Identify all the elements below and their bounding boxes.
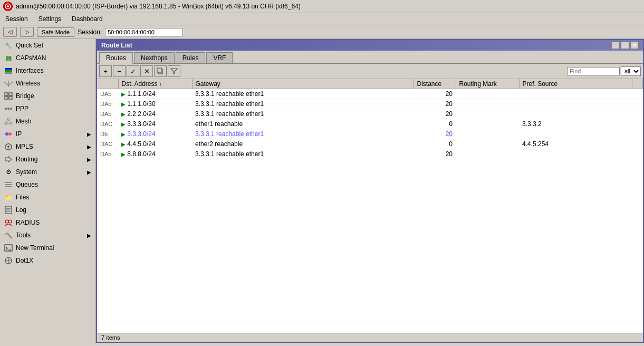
cell-dst-address: ▶ 1.1.1.0/30	[118, 99, 192, 109]
sidebar-item-dot1x[interactable]: Dot1X	[0, 254, 95, 267]
sidebar-item-label: RADIUS	[16, 219, 40, 226]
svg-rect-8	[9, 93, 12, 95]
cell-dst-address: ▶ 2.2.2.0/24	[118, 109, 192, 119]
sidebar-item-wireless[interactable]: Wireless	[0, 77, 95, 90]
tab-routes[interactable]: Routes	[99, 52, 133, 64]
table-row[interactable]: DAb▶ 8.8.8.0/243.3.3.1 reachable ether12…	[97, 149, 643, 159]
sidebar-item-label: PPP	[16, 105, 28, 112]
sidebar-item-bridge[interactable]: Bridge	[0, 90, 95, 102]
wrench-icon	[4, 41, 13, 50]
svg-point-6	[8, 85, 9, 87]
minimize-button[interactable]: _	[611, 42, 620, 49]
cell-pref-source: 3.3.3.2	[519, 119, 632, 129]
routing-icon	[4, 155, 13, 164]
sidebar-item-mpls[interactable]: MPLS ▶	[0, 140, 95, 153]
col-dst-address[interactable]: Dst. Address ↑	[118, 79, 192, 89]
add-button[interactable]: +	[99, 65, 112, 77]
sidebar-item-mesh[interactable]: Mesh	[0, 115, 95, 128]
svg-point-12	[7, 108, 9, 110]
cell-pref-source: 4.4.5.254	[519, 139, 632, 149]
sidebar-item-capsman[interactable]: CAPsMAN	[0, 52, 95, 64]
routing-arrow: ▶	[87, 157, 91, 162]
sidebar-item-label: Files	[16, 194, 29, 201]
table-row[interactable]: DAb▶ 1.1.1.0/243.3.3.1 reachable ether12…	[97, 89, 643, 99]
col-gateway[interactable]: Gateway	[192, 79, 414, 89]
sidebar-item-label: New Terminal	[16, 244, 54, 252]
cell-extra	[632, 129, 643, 139]
col-routing-mark[interactable]: Routing Mark	[456, 79, 519, 89]
title-bar: admin@50:00:00:04:00:00 (ISP-Border) via…	[0, 0, 644, 13]
sidebar-item-ppp[interactable]: PPP	[0, 102, 95, 115]
cell-flags: Db	[97, 129, 118, 139]
restore-button[interactable]: □	[621, 42, 629, 49]
find-select[interactable]: all	[621, 66, 641, 76]
cell-flags: DAC	[97, 119, 118, 129]
sidebar-item-label: Interfaces	[16, 67, 44, 74]
svg-rect-39	[157, 68, 161, 73]
session-input[interactable]	[105, 28, 183, 36]
ip-icon	[4, 130, 13, 138]
items-count: 7 items	[101, 334, 120, 341]
menu-session[interactable]: Session	[3, 14, 30, 24]
svg-point-16	[10, 122, 12, 124]
cell-dst-address: ▶ 8.8.8.0/24	[118, 149, 192, 159]
status-bar: 7 items	[97, 333, 643, 342]
ppp-icon	[4, 104, 13, 113]
sidebar-item-interfaces[interactable]: Interfaces	[0, 64, 95, 77]
tab-nexthops[interactable]: Nexthops	[134, 52, 175, 63]
cell-pref-source	[519, 99, 632, 109]
cell-flags: DAC	[97, 139, 118, 149]
sidebar-item-ip[interactable]: IP ▶	[0, 128, 95, 140]
cell-extra	[632, 119, 643, 129]
safe-mode-button[interactable]: Safe Mode	[37, 27, 74, 37]
main-toolbar: ◁ ▷ Safe Mode Session:	[0, 25, 644, 39]
sidebar-item-radius[interactable]: RADIUS	[0, 216, 95, 229]
cell-routing-mark	[456, 109, 519, 119]
disable-button[interactable]: ✕	[140, 65, 153, 77]
tab-rules[interactable]: Rules	[176, 52, 206, 63]
close-button[interactable]: ✕	[630, 42, 639, 49]
cell-extra	[632, 109, 643, 119]
menu-dashboard[interactable]: Dashboard	[70, 14, 105, 24]
copy-button[interactable]	[154, 65, 167, 77]
table-row[interactable]: DAb▶ 2.2.2.0/243.3.3.1 reachable ether12…	[97, 109, 643, 119]
sidebar-item-files[interactable]: 📁 Files	[0, 191, 95, 204]
svg-rect-3	[5, 68, 12, 70]
cell-routing-mark	[456, 129, 519, 139]
col-pref-source[interactable]: Pref. Source	[519, 79, 632, 89]
col-distance[interactable]: Distance	[414, 79, 456, 89]
sidebar-item-queues[interactable]: Queues	[0, 178, 95, 191]
tab-vrf[interactable]: VRF	[206, 52, 233, 63]
cell-gateway: ether1 reachable	[192, 119, 414, 129]
cell-distance: 20	[414, 89, 456, 99]
table-row[interactable]: DAC▶ 3.3.3.0/24ether1 reachable03.3.3.2	[97, 119, 643, 129]
table-row[interactable]: Db▶ 3.3.3.0/243.3.3.1 reachable ether120	[97, 129, 643, 139]
find-input[interactable]	[567, 67, 620, 75]
forward-button[interactable]: ▷	[20, 27, 34, 37]
sidebar-item-quick-set[interactable]: Quick Set	[0, 39, 95, 52]
cell-distance: 20	[414, 149, 456, 159]
cell-distance: 20	[414, 129, 456, 139]
radius-icon	[4, 218, 13, 227]
col-flags[interactable]	[97, 79, 118, 89]
svg-line-17	[6, 120, 8, 122]
table-row[interactable]: DAb▶ 1.1.1.0/303.3.3.1 reachable ether12…	[97, 99, 643, 109]
filter-button[interactable]	[168, 65, 180, 77]
menu-settings[interactable]: Settings	[36, 14, 63, 24]
enable-button[interactable]: ✓	[127, 65, 139, 77]
sidebar-item-routing[interactable]: Routing ▶	[0, 153, 95, 166]
table-row[interactable]: DAC▶ 4.4.5.0/24ether2 reachable04.4.5.25…	[97, 139, 643, 149]
back-button[interactable]: ◁	[3, 27, 17, 37]
window-controls: _ □ ✕	[611, 42, 639, 49]
sidebar-item-new-terminal[interactable]: New Terminal	[0, 242, 95, 254]
sidebar-item-system[interactable]: ⚙ System ▶	[0, 166, 95, 178]
mpls-icon	[4, 142, 13, 151]
svg-point-2	[7, 5, 9, 7]
sidebar-item-tools[interactable]: 🔨 Tools ▶	[0, 229, 95, 242]
cell-extra	[632, 139, 643, 149]
remove-button[interactable]: −	[113, 65, 126, 77]
svg-rect-9	[5, 97, 8, 99]
cell-dst-address: ▶ 1.1.1.0/24	[118, 89, 192, 99]
sidebar-item-log[interactable]: Log	[0, 204, 95, 216]
bridge-icon	[4, 92, 13, 100]
